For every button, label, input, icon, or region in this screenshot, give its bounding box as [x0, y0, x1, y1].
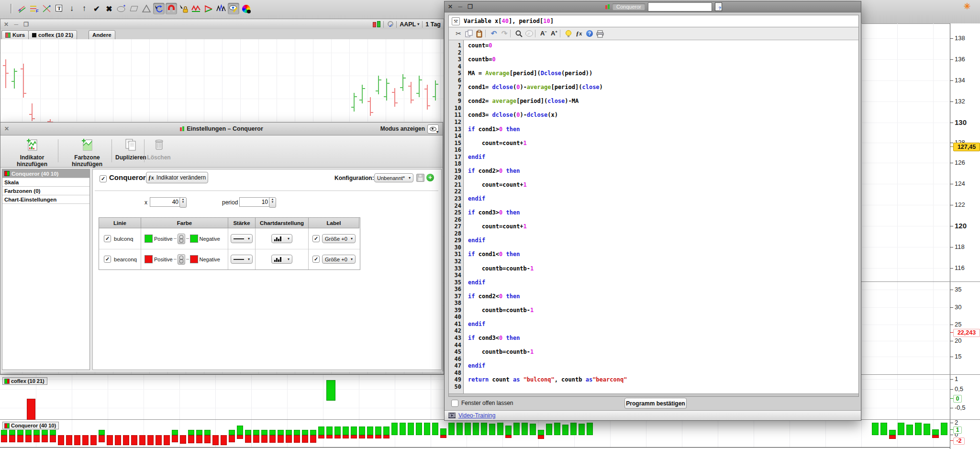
positive-color-swatch[interactable]	[145, 235, 153, 243]
tab-kurs[interactable]: Kurs	[1, 30, 29, 40]
indicator-enabled-checkbox[interactable]: ✓	[100, 175, 107, 182]
help-icon[interactable]: ?	[585, 29, 594, 38]
comment-icon[interactable]: //	[524, 29, 534, 38]
code-area[interactable]: 1count=023countb=045MA = Average[period]…	[449, 40, 858, 393]
confirm-program-button[interactable]: Programm bestätigen	[624, 398, 687, 409]
search-icon[interactable]	[514, 29, 523, 38]
candles-icon	[180, 126, 184, 131]
ohlc-open-tick	[408, 86, 411, 87]
coflex-pane-label[interactable]: coflex (10 21)	[2, 377, 47, 385]
pointer-lock-tool-icon[interactable]	[178, 3, 189, 14]
color-wheel-tool-icon[interactable]	[240, 3, 252, 14]
line-enabled-checkbox[interactable]: ✓	[104, 235, 111, 242]
chart-style-dropdown[interactable]: ▾	[271, 255, 292, 264]
font-larger-icon[interactable]: A+	[549, 29, 559, 38]
sidebar-item-chart-einstellungen[interactable]: Chart-Einstellungen	[2, 195, 89, 204]
svg-text:T: T	[57, 5, 61, 11]
line-style-dropdown[interactable]: ▾	[231, 255, 253, 264]
histogram-bar-positive	[269, 430, 276, 435]
line-enabled-checkbox[interactable]: ✓	[104, 256, 111, 263]
table-cell-linie: ✓bearconq	[99, 249, 141, 269]
label-size-dropdown[interactable]: Größe +0▾	[322, 255, 356, 264]
time-axis-line	[0, 447, 950, 448]
toolbar-button-add-indicator[interactable]: Indikator hinzufügen	[6, 137, 58, 168]
param-x-input[interactable]	[150, 197, 180, 207]
video-training-link[interactable]: Video-Training	[458, 412, 495, 419]
undo-icon[interactable]: ↶	[489, 29, 499, 38]
magnet-tool-icon[interactable]	[166, 3, 177, 14]
sidebar-item-skala[interactable]: Skala	[2, 178, 89, 187]
text-tool-icon[interactable]: T	[54, 3, 65, 14]
name-input[interactable]	[648, 2, 712, 11]
paste-icon[interactable]	[475, 29, 484, 38]
editor-tab[interactable]: Conqueror	[612, 3, 645, 10]
histogram-bar-positive	[889, 430, 896, 435]
triangle-pattern-tool-icon[interactable]	[203, 3, 214, 14]
toolbar-button-add-colorzone[interactable]: Farbzone hinzufügen	[60, 137, 114, 168]
toolbar-drag-handle[interactable]	[11, 4, 12, 13]
sidebar-item-farbzonen[interactable]: Farbzonen (0)	[2, 187, 89, 195]
symbol-dropdown[interactable]: AAPL ▾	[400, 21, 419, 28]
save-config-icon[interactable]	[416, 174, 424, 182]
doc-help-icon[interactable]: ?	[715, 2, 722, 11]
toolbar-button-duplicate[interactable]: Duplizieren	[115, 137, 146, 161]
label-enabled-checkbox[interactable]: ✓	[312, 256, 320, 263]
label-enabled-checkbox[interactable]: ✓	[312, 235, 320, 242]
corner-app-icon[interactable]: ✳	[964, 1, 970, 11]
triangle-tool-icon[interactable]	[141, 3, 152, 14]
check-mark-tool-icon[interactable]: ✔	[91, 3, 102, 14]
arrow-up-tool-icon[interactable]: ↑	[78, 3, 90, 14]
code-line: 16	[449, 146, 858, 154]
window-buttons[interactable]: ✕ ─ ❐	[445, 3, 475, 10]
sidebar-item-conqueror[interactable]: Conqueror (40 10)	[2, 169, 89, 178]
fibonacci-tool-icon[interactable]: F	[29, 3, 40, 14]
visibility-pen-tool-icon[interactable]	[228, 3, 239, 14]
pointer-undo-tool-icon[interactable]	[153, 3, 165, 14]
hint-icon[interactable]	[564, 29, 573, 38]
edit-indicator-button[interactable]: ƒx Indikator verändern	[146, 172, 208, 183]
negative-color-swatch[interactable]	[190, 235, 198, 243]
fx-icon[interactable]: ƒx	[574, 29, 584, 38]
negative-color-swatch[interactable]	[190, 255, 198, 263]
label-size-dropdown[interactable]: Größe +0▾	[322, 234, 356, 243]
add-config-icon[interactable]: +	[426, 174, 434, 181]
font-smaller-icon[interactable]: A−	[539, 29, 548, 38]
histogram-bar-positive	[294, 430, 300, 435]
window-buttons[interactable]: ✕ ─ ❐	[0, 21, 31, 28]
copy-icon[interactable]	[464, 29, 474, 38]
line-style-dropdown[interactable]: ▾	[231, 234, 253, 243]
param-x-stepper[interactable]: ▲▼	[179, 197, 187, 208]
rectangle-tool-icon[interactable]	[128, 3, 140, 14]
link-colors-icon[interactable]	[178, 254, 185, 265]
cut-icon[interactable]: ✂	[454, 29, 463, 38]
eye-mode-icon[interactable]: ▾	[427, 124, 439, 134]
conqueror-pane-label[interactable]: Conqueror (40 10)	[2, 422, 59, 429]
histogram-bar-positive	[941, 423, 947, 435]
trendline-tool-icon[interactable]	[16, 3, 28, 14]
link-colors-icon[interactable]	[178, 234, 185, 244]
histogram-bar-negative	[115, 435, 121, 445]
arrow-down-tool-icon[interactable]: ↓	[66, 3, 78, 14]
line-number: 8	[449, 91, 463, 98]
ohlc-close-tick	[33, 118, 35, 119]
config-dropdown[interactable]: Unbenannt*▾	[374, 173, 413, 182]
code-line: 47endif	[449, 362, 858, 370]
param-period-input[interactable]	[239, 197, 270, 207]
peaks-tool-icon[interactable]	[215, 3, 227, 14]
x-mark-tool-icon[interactable]: ✖	[103, 3, 115, 14]
redo-icon[interactable]: ↷	[500, 29, 509, 38]
tab-coflex[interactable]: coflex (10 21)	[28, 30, 77, 40]
zigzag-tool-icon[interactable]	[190, 3, 202, 14]
period-label[interactable]: 1 Tag	[425, 21, 441, 28]
link-check-icon[interactable]: ✓	[387, 21, 393, 28]
code-line: 2	[449, 49, 858, 56]
positive-color-swatch[interactable]	[145, 255, 153, 263]
tab-andere[interactable]: Andere	[89, 30, 115, 40]
param-period-stepper[interactable]: ▲▼	[269, 197, 276, 208]
cross-lines-tool-icon[interactable]	[41, 3, 53, 14]
keep-open-checkbox[interactable]	[451, 400, 458, 407]
print-icon[interactable]	[595, 29, 605, 38]
ellipse-tool-icon[interactable]	[116, 3, 127, 14]
code-line: 33 countb=countb-1	[449, 265, 858, 272]
chart-style-dropdown[interactable]: ▾	[271, 234, 292, 243]
